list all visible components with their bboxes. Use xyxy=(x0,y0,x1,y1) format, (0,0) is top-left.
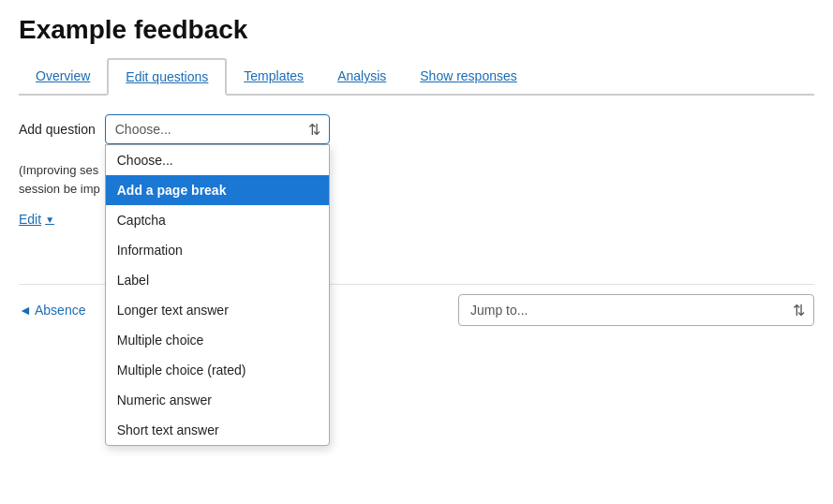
improving-text: (Improving ses xyxy=(19,163,98,177)
jump-to-wrapper: Jump to... ⇅ xyxy=(458,294,814,326)
dropdown-item-label[interactable]: Label xyxy=(106,265,329,295)
content-area: Add question Choose... ⇅ Choose... Add a… xyxy=(19,114,814,228)
tab-show-responses[interactable]: Show responses xyxy=(403,58,534,94)
dropdown-item-longer-text[interactable]: Longer text answer xyxy=(106,295,329,325)
dropdown-item-numeric[interactable]: Numeric answer xyxy=(106,385,329,415)
edit-dropdown-arrow-icon: ▼ xyxy=(45,215,54,225)
add-question-row: Add question Choose... ⇅ Choose... Add a… xyxy=(19,114,814,144)
edit-label: Edit xyxy=(19,212,41,227)
tab-overview[interactable]: Overview xyxy=(19,58,107,94)
dropdown-item-page-break[interactable]: Add a page break xyxy=(106,175,329,205)
question-type-select-wrapper: Choose... ⇅ Choose... Add a page break C… xyxy=(105,114,330,144)
dropdown-item-choose[interactable]: Choose... xyxy=(106,145,329,175)
tab-analysis[interactable]: Analysis xyxy=(320,58,403,94)
tab-templates[interactable]: Templates xyxy=(227,58,320,94)
edit-link[interactable]: Edit ▼ xyxy=(19,212,54,227)
add-question-label: Add question xyxy=(19,122,96,137)
tab-edit-questions[interactable]: Edit questions xyxy=(107,58,227,96)
dropdown-item-multiple-choice-rated[interactable]: Multiple choice (rated) xyxy=(106,355,329,385)
jump-to-select[interactable]: Jump to... xyxy=(458,294,814,326)
dropdown-item-multiple-choice[interactable]: Multiple choice xyxy=(106,325,329,355)
absence-link[interactable]: ◄ Absence xyxy=(19,303,85,318)
tabs-bar: Overview Edit questions Templates Analys… xyxy=(19,58,814,96)
question-type-select[interactable]: Choose... xyxy=(105,114,330,144)
dropdown-item-short-text[interactable]: Short text answer xyxy=(106,415,329,445)
dropdown-item-captcha[interactable]: Captcha xyxy=(106,205,329,235)
improving-text-2: session be imp xyxy=(19,182,100,196)
question-type-dropdown: Choose... Add a page break Captcha Infor… xyxy=(105,144,330,446)
dropdown-item-information[interactable]: Information xyxy=(106,235,329,265)
page-title: Example feedback xyxy=(19,15,814,45)
